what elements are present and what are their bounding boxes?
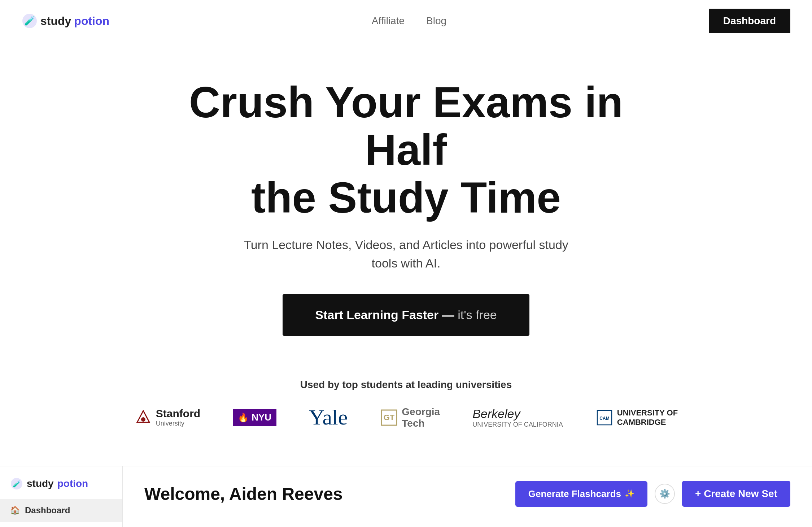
home-icon: 🏠 (10, 506, 20, 515)
nav-affiliate-link[interactable]: Affiliate (372, 15, 405, 27)
nyu-box: 🔥 NYU (233, 409, 276, 426)
cambridge-icon: CAM (595, 409, 614, 427)
universities-label: Used by top students at leading universi… (300, 379, 512, 391)
nyu-text: NYU (252, 412, 271, 423)
cambridge-name: UNIVERSITY OF CAMBRIDGE (617, 408, 678, 427)
hero-section: Crush Your Exams in Half the Study Time … (0, 42, 812, 357)
app-sidebar: 🧪 studypotion 🏠 Dashboard ⚡ Generate Fla… (0, 466, 123, 527)
logo-potion-text: potion (74, 14, 109, 28)
stanford-icon (134, 409, 152, 427)
sidebar-logo-potion: potion (57, 478, 88, 489)
sidebar-logo-study: study (27, 478, 54, 489)
cta-free-text: it's free (458, 308, 497, 322)
hero-cta-button[interactable]: Start Learning Faster — it's free (283, 294, 529, 336)
dashboard-button[interactable]: Dashboard (709, 9, 790, 33)
berkeley-logo: Berkeley UNIVERSITY OF CALIFORNIA (472, 407, 563, 428)
svg-text:🧪: 🧪 (13, 480, 21, 488)
hero-subtitle: Turn Lecture Notes, Videos, and Articles… (244, 236, 568, 273)
yale-logo: Yale (309, 405, 348, 430)
yale-text: Yale (309, 405, 348, 430)
logo-icon: 🧪 (22, 13, 38, 29)
cta-bold-text: Start Learning Faster (315, 308, 438, 322)
svg-point-3 (141, 417, 145, 422)
sidebar-dashboard-label: Dashboard (25, 505, 70, 515)
gatech-icon: GT (380, 409, 398, 427)
university-logos: Stanford University 🔥 NYU Yale GT (134, 405, 678, 430)
app-main-actions: Generate Flashcards ✨ ⚙️ + Create New Se… (515, 481, 790, 507)
gatech-name: Georgia Tech (402, 406, 440, 429)
svg-text:🧪: 🧪 (24, 16, 35, 26)
stanford-logo: Stanford University (134, 408, 200, 427)
sidebar-item-generate-flashcards[interactable]: ⚡ Generate Flashcards (0, 522, 122, 527)
nav-links: Affiliate Blog (372, 15, 446, 27)
berkeley-name: Berkeley UNIVERSITY OF CALIFORNIA (472, 407, 563, 428)
svg-text:CAM: CAM (599, 416, 609, 421)
settings-icon-button[interactable]: ⚙️ (655, 484, 675, 504)
navbar: 🧪 studypotion Affiliate Blog Dashboard (0, 0, 812, 42)
gatech-logo: GT Georgia Tech (380, 406, 440, 429)
generate-flashcards-button[interactable]: Generate Flashcards ✨ (515, 481, 647, 507)
hero-title-line2: the Study Time (251, 173, 561, 222)
app-main-content: Welcome, Aiden Reeves Generate Flashcard… (123, 466, 812, 527)
app-preview: 🧪 studypotion 🏠 Dashboard ⚡ Generate Fla… (0, 466, 812, 527)
cta-separator: — (438, 308, 458, 322)
sidebar-item-dashboard[interactable]: 🏠 Dashboard (0, 499, 122, 522)
stanford-name: Stanford University (156, 408, 200, 427)
sidebar-logo: 🧪 studypotion (0, 477, 122, 499)
logo-study-text: study (40, 14, 71, 28)
welcome-title: Welcome, Aiden Reeves (144, 484, 343, 504)
cambridge-logo: CAM UNIVERSITY OF CAMBRIDGE (595, 408, 678, 427)
hero-title: Crush Your Exams in Half the Study Time (153, 78, 659, 221)
generate-btn-label: Generate Flashcards (528, 488, 621, 500)
hero-title-line1: Crush Your Exams in Half (189, 78, 623, 174)
generate-btn-icon: ✨ (625, 489, 634, 498)
universities-section: Used by top students at leading universi… (0, 357, 812, 444)
nav-blog-link[interactable]: Blog (426, 15, 446, 27)
sidebar-logo-icon: 🧪 (10, 477, 23, 490)
svg-text:GT: GT (384, 413, 395, 422)
nyu-logo: 🔥 NYU (233, 409, 276, 426)
nyu-torch-icon: 🔥 (238, 413, 249, 423)
site-logo[interactable]: 🧪 studypotion (22, 13, 109, 29)
create-new-set-button[interactable]: + Create New Set (682, 481, 790, 507)
app-main-header: Welcome, Aiden Reeves Generate Flashcard… (144, 481, 790, 507)
settings-icon: ⚙️ (659, 489, 670, 499)
